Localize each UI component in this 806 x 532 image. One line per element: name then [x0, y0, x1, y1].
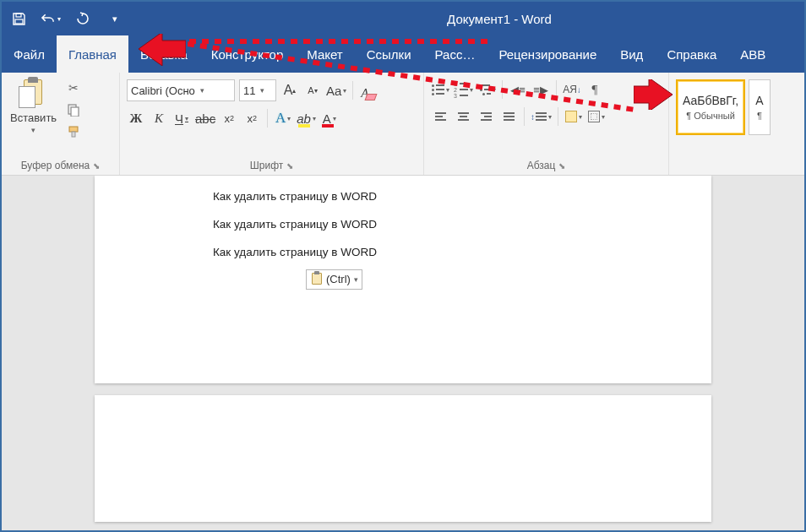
copy-icon[interactable] — [65, 101, 82, 118]
body-text-line[interactable]: Как удалить страницу в WORD — [213, 217, 711, 233]
align-left-button[interactable] — [431, 106, 449, 127]
bullets-button[interactable] — [431, 79, 449, 100]
group-font-label: Шрифт — [250, 160, 283, 171]
bold-button[interactable]: Ж — [127, 108, 145, 128]
font-dialog-launcher-icon[interactable]: ⬊ — [286, 161, 293, 171]
tab-help[interactable]: Справка — [655, 35, 728, 73]
change-case-button[interactable]: Aa — [326, 80, 346, 100]
paste-options-icon — [310, 272, 324, 287]
tab-references[interactable]: Ссылки — [355, 35, 423, 73]
italic-button[interactable]: К — [150, 108, 168, 128]
style-tile-next[interactable]: А ¶ — [749, 79, 771, 135]
style-preview: АаБбВвГг, — [683, 94, 738, 107]
paragraph-dialog-launcher-icon[interactable]: ⬊ — [558, 161, 565, 171]
group-styles: АаБбВвГг, ¶ Обычный А ¶ — [669, 73, 804, 175]
paste-options-label: (Ctrl) — [326, 273, 351, 285]
underline-button[interactable]: Ч — [172, 108, 191, 128]
tab-review[interactable]: Рецензирование — [487, 35, 608, 73]
group-clipboard-label: Буфер обмена — [21, 160, 90, 171]
redo-icon[interactable] — [73, 8, 93, 29]
svg-rect-6 — [69, 127, 78, 132]
svg-rect-3 — [15, 19, 23, 24]
ribbon: Вставить ▾ ✂ Буфер обмена⬊ Calibri (Осно… — [2, 73, 804, 176]
paste-label: Вставить — [10, 111, 57, 124]
decrease-indent-button[interactable]: ◀≡ — [509, 79, 527, 100]
title-bar: ▾ ▾ Документ1 - Word — [2, 2, 804, 35]
sort-button[interactable]: АЯ↓ — [563, 79, 581, 100]
tab-abb[interactable]: ABB — [728, 35, 777, 73]
paste-button[interactable]: Вставить ▾ — [7, 76, 60, 136]
paste-icon — [19, 78, 49, 110]
undo-icon[interactable]: ▾ — [41, 8, 61, 29]
tab-file[interactable]: Файл — [2, 35, 57, 73]
document-title: Документ1 - Word — [125, 12, 798, 26]
clipboard-dialog-launcher-icon[interactable]: ⬊ — [93, 161, 100, 171]
group-clipboard: Вставить ▾ ✂ Буфер обмена⬊ — [2, 73, 120, 175]
group-paragraph-label: Абзац — [527, 160, 556, 171]
tab-view[interactable]: Вид — [608, 35, 655, 73]
svg-rect-7 — [72, 132, 75, 137]
subscript-button[interactable]: x2 — [220, 108, 238, 128]
tab-mailings[interactable]: Расс… — [423, 35, 487, 73]
document-area[interactable]: Как удалить страницу в WORD Как удалить … — [2, 176, 804, 530]
tab-home[interactable]: Главная — [57, 35, 128, 73]
style-name: ¶ — [757, 111, 762, 121]
shading-button[interactable] — [564, 106, 583, 127]
borders-button[interactable] — [587, 106, 606, 127]
tab-insert[interactable]: Вставка — [128, 35, 199, 73]
text-effects-button[interactable]: A — [274, 108, 292, 128]
style-preview: А — [755, 94, 763, 107]
ribbon-tabs: Файл Главная Вставка Конструктор Макет С… — [2, 35, 804, 73]
font-name-combo[interactable]: Calibri (Осно▾ — [127, 79, 235, 101]
shrink-font-icon[interactable]: A▾ — [303, 80, 322, 100]
qat-customize-icon[interactable]: ▾ — [105, 8, 125, 29]
line-spacing-button[interactable]: ↕ — [531, 106, 552, 127]
highlight-button[interactable]: ab — [297, 108, 316, 128]
paste-options-badge[interactable]: (Ctrl) ▾ — [306, 269, 362, 290]
tab-design[interactable]: Конструктор — [199, 35, 296, 73]
quick-access-toolbar: ▾ ▾ — [8, 8, 125, 29]
format-painter-icon[interactable] — [65, 123, 82, 140]
save-icon[interactable] — [8, 8, 29, 29]
style-name: ¶ Обычный — [686, 111, 735, 121]
superscript-button[interactable]: x2 — [242, 108, 261, 128]
multilevel-list-button[interactable] — [477, 79, 496, 100]
cut-icon[interactable]: ✂ — [65, 79, 82, 96]
increase-indent-button[interactable]: ≡▶ — [531, 79, 550, 100]
clear-formatting-icon[interactable]: A — [359, 80, 378, 100]
align-right-button[interactable] — [477, 106, 495, 127]
svg-rect-5 — [71, 107, 79, 117]
font-color-button[interactable]: A — [320, 108, 339, 128]
grow-font-icon[interactable]: A▴ — [280, 80, 299, 100]
group-font: Calibri (Осно▾ 11▾ A▴ A▾ Aa A Ж К Ч abc … — [120, 73, 424, 175]
group-paragraph: 123 ◀≡ ≡▶ АЯ↓ ¶ — [424, 73, 669, 175]
page-1[interactable]: Как удалить страницу в WORD Как удалить … — [95, 176, 711, 383]
align-center-button[interactable] — [454, 106, 472, 127]
justify-button[interactable] — [499, 106, 518, 127]
body-text-line[interactable]: Как удалить страницу в WORD — [213, 245, 711, 261]
page-2[interactable] — [95, 395, 711, 522]
strikethrough-button[interactable]: abc — [195, 108, 215, 128]
style-tile-normal[interactable]: АаБбВвГг, ¶ Обычный — [676, 79, 745, 135]
tab-layout[interactable]: Макет — [295, 35, 354, 73]
body-text-line[interactable]: Как удалить страницу в WORD — [213, 189, 711, 205]
font-size-combo[interactable]: 11▾ — [239, 79, 276, 101]
numbering-button[interactable]: 123 — [454, 79, 473, 100]
show-hide-marks-button[interactable]: ¶ — [585, 79, 604, 100]
